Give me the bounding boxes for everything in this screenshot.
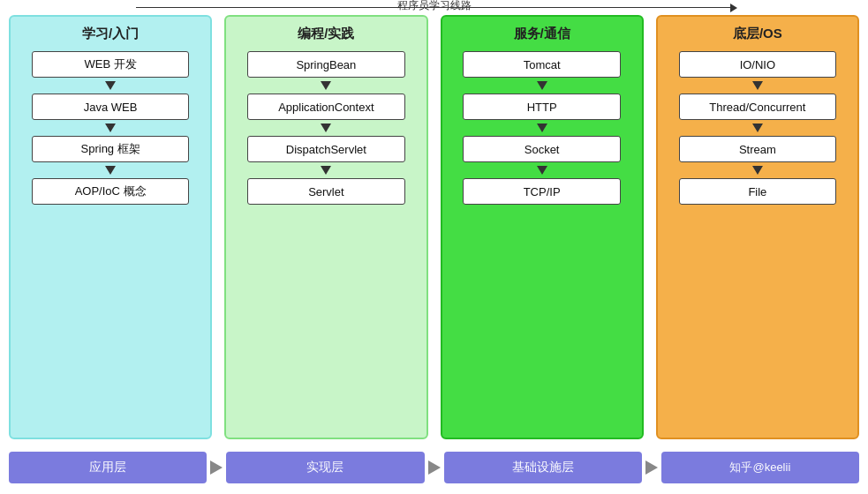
top-arrow-line [136, 7, 731, 8]
arrow-col3-2 [537, 124, 547, 132]
arrow-col4-1 [752, 81, 763, 90]
bottom-item-2: 实现层 [226, 452, 424, 483]
box-col2-1: ApplicationContext [247, 94, 405, 120]
box-col3-0: Tomcat [463, 51, 621, 78]
column-2-title: 编程/实践 [298, 26, 354, 42]
column-1-title: 学习/入门 [82, 26, 139, 42]
arrow-col3-3 [537, 166, 547, 175]
arrow-col1-3 [105, 166, 116, 175]
page-container: 程序员学习线路 学习/入门 WEB 开发 Java WEB Spring 框架 … [0, 0, 868, 494]
arrow-right-icon-1 [210, 460, 223, 475]
bottom-arrow-1 [207, 460, 226, 475]
arrow-col4-2 [752, 124, 763, 132]
column-4-title: 底层/OS [733, 26, 782, 42]
arrow-col2-2 [321, 124, 331, 132]
arrow-col3-1 [537, 81, 547, 90]
box-col4-0: IO/NIO [679, 51, 837, 78]
column-4: 底层/OS IO/NIO Thread/Concurrent Stream Fi… [656, 15, 859, 439]
top-arrow-container: 程序员学习线路 [9, 7, 859, 8]
column-1: 学习/入门 WEB 开发 Java WEB Spring 框架 AOP/IoC … [9, 15, 212, 439]
arrow-col1-2 [105, 124, 116, 132]
bottom-watermark: 知乎@keelii [661, 452, 859, 483]
column-3: 服务/通信 Tomcat HTTP Socket TCP/IP [441, 15, 644, 439]
box-col1-0: WEB 开发 [32, 51, 190, 78]
columns-area: 学习/入门 WEB 开发 Java WEB Spring 框架 AOP/IoC … [9, 15, 859, 439]
box-col1-2: Spring 框架 [32, 136, 190, 162]
bottom-item-1: 应用层 [9, 452, 207, 483]
bottom-arrow-3 [642, 460, 661, 475]
arrow-right-icon-3 [645, 460, 658, 475]
column-2: 编程/实践 SpringBean ApplicationContext Disp… [224, 15, 427, 439]
bottom-item-3: 基础设施层 [444, 452, 642, 483]
box-col3-3: TCP/IP [463, 178, 621, 205]
arrow-col2-3 [321, 166, 331, 175]
arrow-col4-3 [752, 166, 763, 175]
box-col4-3: File [679, 178, 837, 205]
box-col2-2: DispatchServlet [247, 136, 405, 162]
box-col1-1: Java WEB [32, 94, 190, 120]
box-col2-0: SpringBean [247, 51, 405, 78]
arrow-col2-1 [321, 81, 331, 90]
box-col4-2: Stream [679, 136, 837, 162]
column-3-title: 服务/通信 [514, 26, 570, 42]
bottom-arrow-2 [425, 460, 444, 475]
box-col2-3: Servlet [247, 178, 405, 205]
arrow-col1-1 [105, 81, 116, 90]
box-col1-3: AOP/IoC 概念 [32, 178, 190, 205]
box-col3-2: Socket [463, 136, 621, 162]
box-col3-1: HTTP [463, 94, 621, 120]
bottom-bar: 应用层 实现层 基础设施层 知乎@keelii [9, 448, 859, 487]
box-col4-1: Thread/Concurrent [679, 94, 837, 120]
arrow-right-icon-2 [428, 460, 441, 475]
